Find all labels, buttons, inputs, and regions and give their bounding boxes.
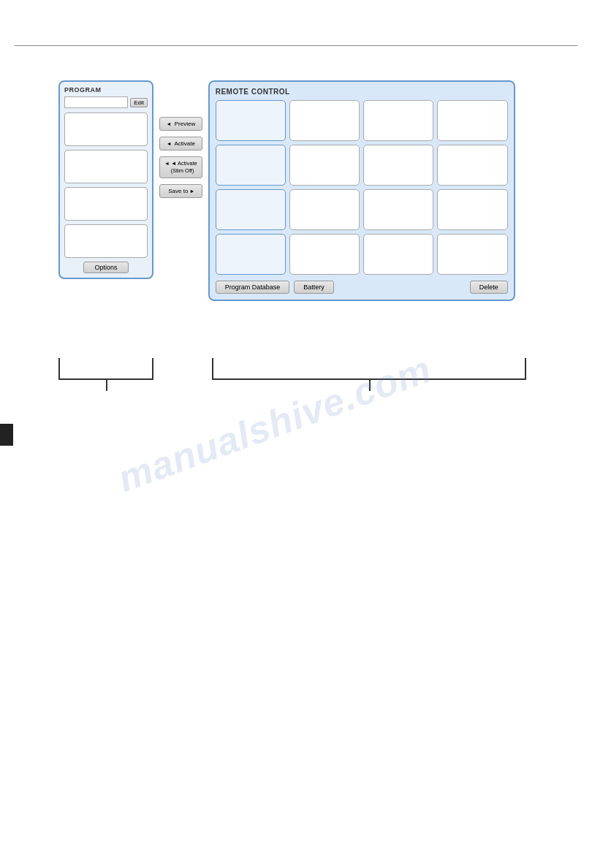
remote-slot-4-3[interactable] xyxy=(363,234,433,275)
bracket-right xyxy=(212,358,526,380)
activate-stim-off-button[interactable]: ◄ Activate (Stim Off) xyxy=(159,156,202,178)
remote-slot-2-3[interactable] xyxy=(363,145,433,186)
program-name-input[interactable] xyxy=(64,96,128,108)
remote-slot-3-4[interactable] xyxy=(437,189,507,230)
brackets-area xyxy=(58,358,526,395)
program-slot-4[interactable] xyxy=(64,224,148,258)
bracket-left-line xyxy=(106,380,107,391)
options-button[interactable]: Options xyxy=(83,262,128,273)
remote-slot-2-2[interactable] xyxy=(289,145,360,186)
remote-grid xyxy=(216,100,508,275)
remote-slot-2-4[interactable] xyxy=(437,145,507,186)
save-to-button[interactable]: Save to xyxy=(159,184,202,198)
remote-panel-title: REMOTE CONTROL xyxy=(216,88,508,96)
battery-button[interactable]: Battery xyxy=(294,281,334,294)
remote-slot-1-1[interactable] xyxy=(216,100,286,141)
remote-slot-4-2[interactable] xyxy=(289,234,360,275)
remote-slot-1-3[interactable] xyxy=(363,100,433,141)
remote-slot-4-1[interactable] xyxy=(216,234,286,275)
bracket-right-line xyxy=(369,380,371,391)
program-slot-2[interactable] xyxy=(64,150,148,183)
remote-bottom-bar: Program Database Battery Delete xyxy=(216,281,508,294)
preview-button[interactable]: Preview xyxy=(159,117,202,131)
remote-slot-1-4[interactable] xyxy=(437,100,507,141)
top-rule xyxy=(15,45,577,46)
delete-button[interactable]: Delete xyxy=(470,281,508,294)
remote-slot-4-4[interactable] xyxy=(437,234,507,275)
middle-buttons-area: Preview Activate ◄ Activate (Stim Off) S… xyxy=(153,117,208,198)
remote-slot-3-2[interactable] xyxy=(289,189,360,230)
program-slot-1[interactable] xyxy=(64,113,148,146)
remote-slot-2-1[interactable] xyxy=(216,145,286,186)
remote-slot-3-3[interactable] xyxy=(363,189,433,230)
left-sidebar-bar xyxy=(0,424,13,446)
options-btn-row: Options xyxy=(64,262,148,273)
program-panel: PROGRAM Edit Options xyxy=(58,80,153,279)
remote-slot-3-1[interactable] xyxy=(216,189,286,230)
program-panel-title: PROGRAM xyxy=(64,86,148,94)
remote-panel: REMOTE CONTROL Program Database xyxy=(208,80,515,301)
program-database-button[interactable]: Program Database xyxy=(216,281,290,294)
edit-button[interactable]: Edit xyxy=(130,98,148,107)
program-edit-row: Edit xyxy=(64,96,148,108)
remote-slot-1-2[interactable] xyxy=(289,100,360,141)
bracket-left xyxy=(58,358,153,380)
program-slot-3[interactable] xyxy=(64,187,148,221)
activate-button[interactable]: Activate xyxy=(159,137,202,151)
diagram-container: PROGRAM Edit Options Preview Activate ◄ … xyxy=(58,80,515,301)
